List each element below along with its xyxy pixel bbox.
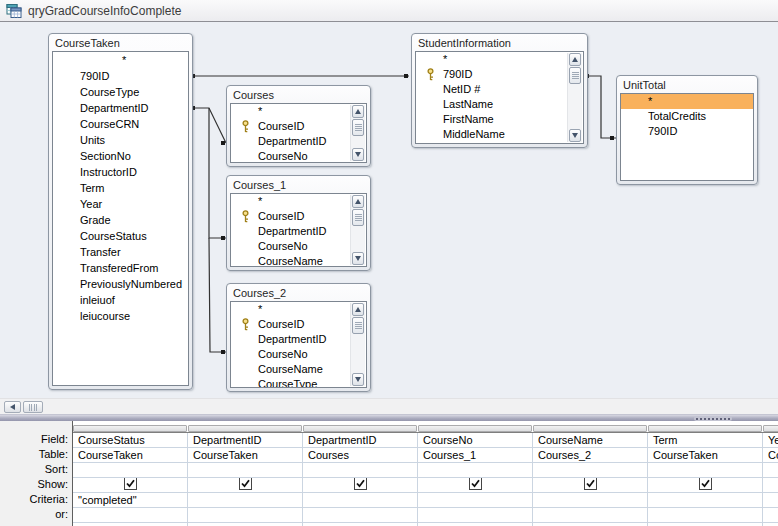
show-checkbox[interactable] xyxy=(469,478,482,493)
table-title[interactable]: StudentInformation xyxy=(415,35,584,51)
field-row-coursecrn[interactable]: CourseCRN xyxy=(53,116,188,132)
field-row-courseid[interactable]: CourseID xyxy=(231,119,366,134)
scroll-down-button[interactable] xyxy=(352,252,364,265)
criteria-cell[interactable] xyxy=(763,493,778,508)
show-cell[interactable] xyxy=(763,478,778,493)
table-cell[interactable]: Courses xyxy=(303,448,418,463)
field-row-departmentid[interactable]: DepartmentID xyxy=(231,224,366,239)
show-checkbox[interactable] xyxy=(584,478,597,493)
vertical-scrollbar[interactable] xyxy=(567,53,582,142)
table-cell[interactable]: CourseTaken xyxy=(763,448,778,463)
field-row-totalcredits[interactable]: TotalCredits xyxy=(621,109,753,124)
pane-splitter[interactable] xyxy=(0,414,778,421)
show-cell[interactable] xyxy=(533,478,648,493)
scrollbar-thumb[interactable] xyxy=(569,67,581,84)
field-row-departmentid[interactable]: DepartmentID xyxy=(231,332,366,347)
show-checkbox[interactable] xyxy=(124,478,137,493)
field-cell[interactable]: CourseNo xyxy=(418,433,533,448)
or-cell[interactable] xyxy=(533,508,648,523)
show-checkbox[interactable] xyxy=(699,478,712,493)
column-selector-7[interactable] xyxy=(763,425,778,432)
field-row-previouslynumbered[interactable]: PreviouslyNumbered xyxy=(53,276,188,292)
field-row-star[interactable]: * xyxy=(416,52,583,67)
table-title[interactable]: UnitTotal xyxy=(620,77,754,93)
sort-cell[interactable] xyxy=(648,463,763,478)
field-row-transfer[interactable]: Transfer xyxy=(53,244,188,260)
field-row-courseid[interactable]: CourseID xyxy=(231,209,366,224)
field-cell[interactable]: CourseStatus xyxy=(73,433,188,448)
table-box-unittotal[interactable]: UnitTotal *TotalCredits790ID xyxy=(616,75,758,185)
scroll-up-button[interactable] xyxy=(569,53,581,66)
scroll-up-button[interactable] xyxy=(352,105,364,118)
field-row-sectionno[interactable]: SectionNo xyxy=(53,148,188,164)
scroll-left-button[interactable] xyxy=(4,401,21,413)
sort-cell[interactable] xyxy=(533,463,648,478)
sort-cell[interactable] xyxy=(188,463,303,478)
criteria-cell[interactable] xyxy=(303,493,418,508)
scrollbar-thumb[interactable] xyxy=(352,317,364,334)
field-row-inleiuof[interactable]: inleiuof xyxy=(53,292,188,308)
or-cell[interactable] xyxy=(418,508,533,523)
table-title[interactable]: Courses xyxy=(230,87,367,103)
field-row-transferedfrom[interactable]: TransferedFrom xyxy=(53,260,188,276)
or-cell[interactable] xyxy=(648,508,763,523)
show-checkbox[interactable] xyxy=(354,478,367,493)
table-cell[interactable]: Courses_1 xyxy=(418,448,533,463)
field-row-coursename[interactable]: CourseName xyxy=(231,254,366,267)
field-row-firstname[interactable]: FirstName xyxy=(416,112,583,127)
scroll-up-button[interactable] xyxy=(352,303,364,316)
show-cell[interactable] xyxy=(73,478,188,493)
field-row-leiucourse[interactable]: leiucourse xyxy=(53,308,188,324)
field-row-star[interactable]: * xyxy=(53,52,188,68)
table-title[interactable]: Courses_2 xyxy=(230,285,367,301)
table-title[interactable]: CourseTaken xyxy=(52,35,189,51)
field-row-departmentid[interactable]: DepartmentID xyxy=(231,134,366,149)
or-cell[interactable] xyxy=(188,508,303,523)
field-row-middlename[interactable]: MiddleName xyxy=(416,127,583,142)
field-row-courseno[interactable]: CourseNo xyxy=(231,239,366,254)
criteria-cell[interactable] xyxy=(648,493,763,508)
table-cell[interactable]: Courses_2 xyxy=(533,448,648,463)
field-row-coursetype[interactable]: CourseType xyxy=(53,84,188,100)
criteria-cell[interactable] xyxy=(418,493,533,508)
field-row-units[interactable]: Units xyxy=(53,132,188,148)
table-box-coursetaken[interactable]: CourseTaken *790IDCourseTypeDepartmentID… xyxy=(48,33,193,390)
field-cell[interactable]: Year xyxy=(763,433,778,448)
field-cell[interactable]: Term xyxy=(648,433,763,448)
column-selector-1[interactable] xyxy=(73,425,187,432)
field-row-790id[interactable]: 790ID xyxy=(621,124,753,139)
show-cell[interactable] xyxy=(418,478,533,493)
sort-cell[interactable] xyxy=(303,463,418,478)
column-selector-4[interactable] xyxy=(418,425,532,432)
scroll-down-button[interactable] xyxy=(352,373,364,386)
scroll-up-button[interactable] xyxy=(352,195,364,208)
field-cell[interactable]: DepartmentID xyxy=(303,433,418,448)
table-title[interactable]: Courses_1 xyxy=(230,177,367,193)
horizontal-scrollbar[interactable] xyxy=(0,398,778,414)
field-cell[interactable]: CourseName xyxy=(533,433,648,448)
or-cell[interactable] xyxy=(303,508,418,523)
criteria-cell[interactable]: "completed" xyxy=(73,493,188,508)
scroll-down-button[interactable] xyxy=(569,129,581,142)
field-row-790id[interactable]: 790ID xyxy=(53,68,188,84)
table-cell[interactable]: CourseTaken xyxy=(188,448,303,463)
sort-cell[interactable] xyxy=(418,463,533,478)
field-row-star[interactable]: * xyxy=(621,94,753,109)
table-cell[interactable]: CourseTaken xyxy=(73,448,188,463)
field-row-star[interactable]: * xyxy=(231,194,366,209)
hscrollbar-thumb[interactable] xyxy=(23,401,43,413)
field-row-star[interactable]: * xyxy=(231,104,366,119)
show-checkbox[interactable] xyxy=(239,478,252,493)
or-cell[interactable] xyxy=(73,508,188,523)
table-box-courses-1[interactable]: Courses_1 *CourseIDDepartmentIDCourseNoC… xyxy=(226,175,371,271)
field-row-coursetype[interactable]: CourseType xyxy=(231,377,366,388)
show-cell[interactable] xyxy=(188,478,303,493)
show-cell[interactable] xyxy=(648,478,763,493)
column-selector-5[interactable] xyxy=(533,425,647,432)
scrollbar-thumb[interactable] xyxy=(352,119,364,136)
query-tab-titlebar[interactable]: qryGradCourseInfoComplete xyxy=(0,0,778,22)
field-row-instructorid[interactable]: InstructorID xyxy=(53,164,188,180)
field-row-departmentid[interactable]: DepartmentID xyxy=(53,100,188,116)
column-selector-3[interactable] xyxy=(303,425,417,432)
table-box-courses[interactable]: Courses *CourseIDDepartmentIDCourseNo xyxy=(226,85,371,167)
